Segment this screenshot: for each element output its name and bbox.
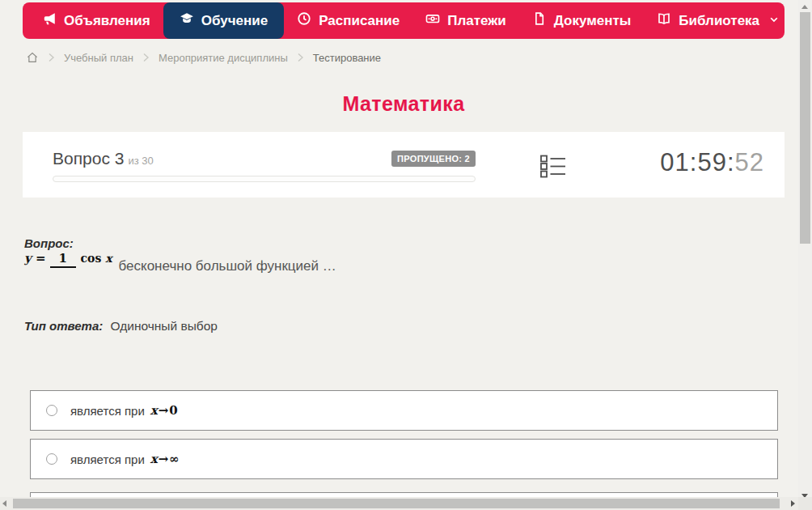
timer-hhmm: 01:59: — [660, 148, 734, 176]
megaphone-icon — [42, 11, 57, 30]
scroll-right-arrow-icon[interactable] — [791, 500, 795, 507]
home-icon[interactable] — [26, 51, 39, 64]
question-number: Вопрос 3 — [53, 149, 124, 168]
fraction-denominator: cos x — [81, 252, 112, 265]
document-icon — [532, 11, 547, 30]
nav-item-announcements[interactable]: Объявления — [29, 2, 163, 39]
formula-fraction: 1 cos x — [50, 250, 112, 266]
graduation-cap-icon — [180, 11, 194, 30]
option-math: x→0 — [150, 403, 179, 418]
horizontal-scrollbar-thumb[interactable] — [13, 499, 780, 508]
nav-item-label: Библиотека — [679, 13, 759, 29]
breadcrumb-curriculum[interactable]: Учебный план — [64, 52, 133, 64]
answer-type-value: Одиночный выбор — [110, 319, 218, 333]
clock-icon — [297, 11, 311, 30]
answer-type-label: Тип ответа: — [24, 319, 103, 333]
chevron-right-icon — [48, 53, 55, 62]
banknote-icon — [425, 11, 440, 30]
option-text: является при — [70, 453, 145, 466]
scrollbar-corner — [798, 497, 812, 510]
nav-item-label: Платежи — [447, 13, 506, 29]
timer: 01:59:52 — [660, 148, 764, 177]
nav-item-schedule[interactable]: Расписание — [284, 2, 412, 39]
quiz-header-card: Вопрос 3из 30 ПРОПУЩЕНО: 2 01:59:52 — [23, 132, 785, 198]
question-list-icon[interactable] — [540, 155, 566, 178]
question-formula: y = 1 cos x бесконечно большой функцией … — [24, 250, 336, 266]
nav-item-label: Документы — [554, 13, 632, 29]
scroll-up-arrow-icon[interactable] — [801, 5, 808, 9]
fraction-numerator: 1 — [50, 251, 76, 268]
nav-item-documents[interactable]: Документы — [519, 2, 645, 39]
nav-item-library[interactable]: Библиотека — [644, 2, 793, 39]
chevron-down-icon — [767, 13, 780, 29]
option-text: является при — [70, 404, 145, 418]
quiz-progress-block: Вопрос 3из 30 ПРОПУЩЕНО: 2 — [53, 132, 476, 198]
option-math: x→∞ — [150, 452, 180, 466]
horizontal-scrollbar[interactable] — [0, 497, 798, 510]
question-section-label: Вопрос: — [24, 236, 74, 250]
scroll-left-arrow-icon[interactable] — [2, 500, 6, 507]
page-title: Математика — [23, 92, 785, 116]
breadcrumb-testing: Тестирование — [313, 52, 381, 64]
skipped-badge: ПРОПУЩЕНО: 2 — [391, 151, 476, 167]
open-book-icon — [657, 11, 671, 30]
progress-bar — [53, 176, 476, 182]
nav-item-learning[interactable]: Обучение — [163, 2, 284, 39]
formula-lhs: y = — [24, 251, 46, 266]
answer-type-row: Тип ответа: Одиночный выбор — [24, 319, 218, 334]
question-total: из 30 — [128, 155, 153, 167]
chevron-right-icon — [142, 53, 150, 62]
nav-item-label: Расписание — [319, 13, 400, 29]
chevron-right-icon — [297, 53, 304, 62]
answer-option-1[interactable]: является при x→0 — [30, 390, 778, 431]
answer-option-2[interactable]: является при x→∞ — [30, 439, 778, 479]
nav-item-payments[interactable]: Платежи — [412, 2, 519, 39]
radio-button[interactable] — [46, 453, 57, 465]
radio-button[interactable] — [46, 405, 57, 416]
breadcrumb-discipline-event[interactable]: Мероприятие дисциплины — [159, 52, 288, 64]
main-navbar: Объявления Обучение Расписание Платежи Д… — [23, 2, 785, 39]
vertical-scrollbar[interactable] — [798, 0, 812, 510]
nav-item-label: Объявления — [64, 13, 150, 29]
breadcrumb: Учебный план Мероприятие дисциплины Тест… — [26, 51, 381, 64]
nav-item-label: Обучение — [201, 13, 268, 29]
question-text: бесконечно большой функцией … — [119, 258, 336, 274]
vertical-scrollbar-thumb[interactable] — [800, 12, 810, 244]
question-counter: Вопрос 3из 30 — [53, 149, 154, 168]
timer-seconds: 52 — [735, 148, 764, 176]
